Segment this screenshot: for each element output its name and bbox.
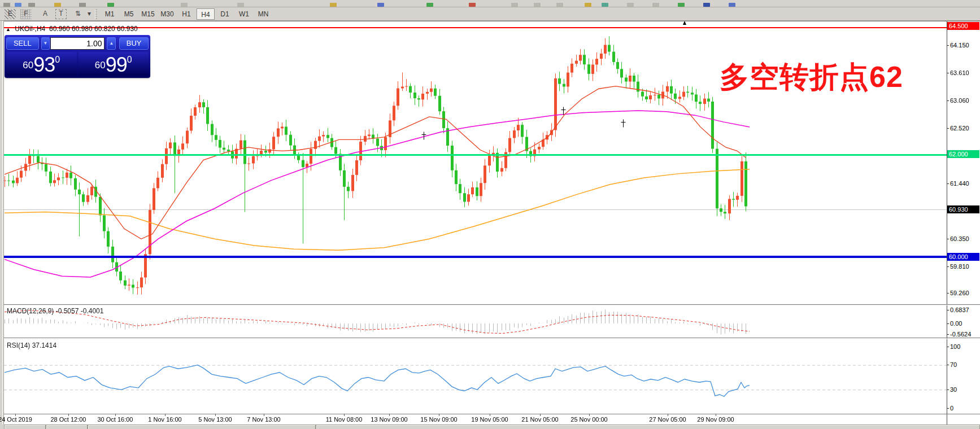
macd-axis-label: 0.00 [950, 320, 962, 327]
text-icon[interactable]: A [40, 9, 51, 19]
price-axis-tick [947, 266, 949, 267]
date-axis-tick [264, 414, 264, 416]
buy-price-small: 60 [95, 60, 106, 71]
fibonacci-icon[interactable]: F [20, 9, 32, 19]
status-bar [0, 424, 980, 429]
date-axis-tick [490, 414, 490, 416]
price-axis-badge: 62.000 [947, 150, 979, 158]
timeframe-button-w1[interactable]: W1 [235, 8, 253, 20]
price-axis-label: 61.440 [950, 180, 969, 187]
toolbar-icon-clipped[interactable] [534, 3, 541, 7]
date-axis-label: 21 Nov 05:00 [521, 416, 558, 423]
text-label-icon[interactable]: T [55, 9, 67, 19]
volume-increase-button[interactable]: ▲ [107, 37, 116, 50]
status-bar-segment[interactable] [46, 424, 88, 429]
date-axis-tick [115, 414, 116, 416]
toolbar-icon-clipped[interactable] [469, 3, 476, 7]
buy-button[interactable]: BUY [119, 37, 149, 50]
timeframe-button-d1[interactable]: D1 [216, 8, 234, 20]
dropdown-caret-icon[interactable]: ▾ [84, 9, 95, 19]
timeframe-button-h4[interactable]: H4 [197, 8, 215, 20]
toolbar-icon-clipped[interactable] [54, 3, 61, 7]
status-bar-segment[interactable] [4, 424, 46, 429]
price-axis-tick [947, 100, 949, 101]
date-axis-label: 29 Nov 09:00 [697, 416, 734, 423]
timeframe-button-m30[interactable]: M30 [158, 8, 176, 20]
buy-price-sup: 0 [127, 55, 132, 64]
toolbar-icon-clipped[interactable] [181, 3, 188, 7]
toolbar-icon-clipped[interactable] [377, 3, 384, 7]
date-axis-tick [68, 414, 69, 416]
rsi-axis-label: 70 [950, 361, 957, 368]
date-axis-tick [540, 414, 541, 416]
price-axis-label: 62.520 [950, 125, 969, 132]
volume-input[interactable] [50, 37, 104, 50]
date-axis-label: 13 Nov 09:00 [371, 416, 407, 423]
toolbar-icon-clipped[interactable] [556, 3, 563, 7]
toolbar-icon-clipped[interactable] [729, 3, 735, 7]
price-axis-tick [947, 45, 949, 46]
price-axis-label: 59.260 [950, 290, 969, 296]
date-axis-label: 7 Nov 13:00 [247, 416, 280, 423]
buy-price-big: 99 [106, 53, 127, 76]
toolbar-icon-clipped[interactable] [678, 3, 685, 7]
date-axis-tick [668, 414, 668, 416]
toolbar-icon-clipped[interactable] [15, 3, 21, 7]
date-axis-label: 28 Oct 12:00 [51, 416, 86, 423]
price-axis-tick [947, 73, 949, 73]
toolbar-icon-clipped[interactable] [602, 3, 608, 7]
price-axis-label: 59.810 [950, 263, 969, 270]
toolbar-icon-clipped[interactable] [107, 3, 114, 7]
timeframe-button-m15[interactable]: M15 [139, 8, 157, 20]
date-axis-label: 25 Nov 00:00 [570, 416, 607, 423]
date-axis-tick [716, 414, 716, 416]
panel-divider-1[interactable] [4, 305, 980, 305]
price-axis-tick [947, 239, 949, 239]
rsi-axis-tick [947, 389, 949, 390]
buy-price-display[interactable]: 60990 [79, 52, 149, 76]
timeframe-button-m5[interactable]: M5 [120, 8, 138, 20]
date-axis-label: 1 Nov 16:00 [148, 416, 181, 423]
toolbar-icon-clipped[interactable] [3, 3, 10, 7]
sell-price-display[interactable]: 60930 [6, 52, 77, 76]
panel-divider-2[interactable] [4, 339, 980, 339]
sell-price-sup: 0 [55, 55, 60, 64]
price-axis-badge: 64.500 [947, 22, 979, 30]
date-axis-tick [165, 414, 165, 416]
timeframe-button-mn[interactable]: MN [254, 8, 272, 20]
toolbar-grip[interactable] [95, 9, 97, 19]
toolbar-icon-clipped[interactable] [627, 3, 634, 7]
arrows-icon[interactable]: ⇅ [72, 9, 84, 19]
date-axis-label: 15 Nov 09:00 [420, 416, 457, 423]
timeframe-button-h1[interactable]: H1 [177, 8, 195, 20]
toolbar-icon-clipped[interactable] [652, 3, 659, 7]
chart-top-border [4, 21, 980, 21]
one-click-trade-panel: SELL ▼ ▲ BUY 60930 60990 [5, 35, 150, 78]
toolbar-icon-clipped[interactable] [79, 3, 86, 7]
toolbar-icon-clipped[interactable] [237, 3, 244, 7]
rsi-axis-label: 30 [950, 386, 957, 393]
timeframe-button-m1[interactable]: M1 [101, 8, 119, 20]
volume-decrease-button[interactable]: ▼ [41, 37, 50, 50]
sell-price-small: 60 [23, 60, 33, 71]
sell-button[interactable]: SELL [6, 37, 39, 50]
equidistant-channel-icon[interactable]: E [5, 9, 16, 19]
price-axis-label: 63.060 [950, 97, 969, 104]
toolbar-icon-clipped[interactable] [426, 3, 433, 7]
date-axis-tick [15, 414, 16, 416]
symbol-header: ▲ UKOil-,H4 60.960 60.980 60.820 60.930 [6, 25, 138, 33]
status-bar-segment[interactable] [88, 424, 316, 429]
macd-axis-label: -0.5624 [950, 331, 971, 338]
toolbar-icon-clipped[interactable] [330, 3, 337, 7]
price-axis-label: 63.610 [950, 69, 969, 76]
date-axis-label: 19 Nov 05:00 [471, 416, 508, 423]
toolbar-icon-clipped[interactable] [703, 3, 710, 7]
collapse-triangle-icon[interactable]: ▲ [6, 27, 11, 32]
toolbar-icon-clipped[interactable] [511, 3, 518, 7]
toolbar-icon-clipped[interactable] [28, 3, 35, 7]
macd-label: MACD(12,26,9) -0.5057 -0.4001 [7, 307, 103, 315]
price-axis-badge: 60.930 [947, 205, 979, 213]
status-bar-segment[interactable] [316, 424, 980, 429]
toolbar-icon-clipped[interactable] [585, 3, 591, 7]
price-axis-badge: 60.000 [947, 253, 979, 261]
